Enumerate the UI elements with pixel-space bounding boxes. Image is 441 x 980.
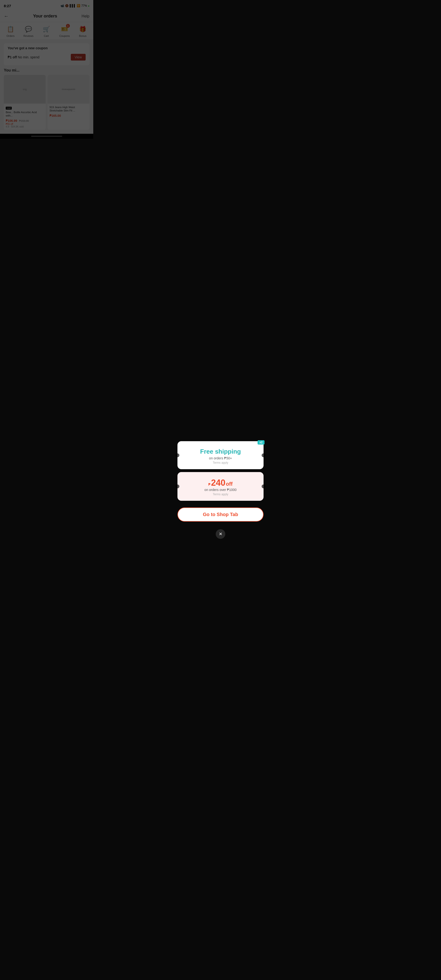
modal-overlay: x2 Free shipping on orders ₱50+ Terms ap…: [0, 0, 93, 202]
